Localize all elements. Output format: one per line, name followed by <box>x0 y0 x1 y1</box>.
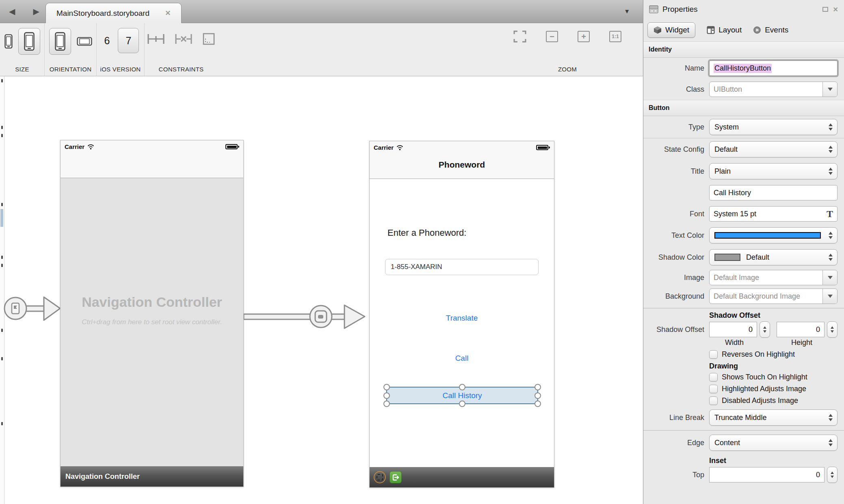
name-label: Name <box>643 64 704 73</box>
dock-icon[interactable] <box>822 7 828 12</box>
view-controller-icon[interactable] <box>374 471 386 483</box>
navigation-controller-scene[interactable]: Carrier Navigation Controller Ctrl+drag … <box>60 140 244 487</box>
line-break-select[interactable]: Truncate Middle <box>709 409 838 426</box>
combo-dropdown-icon[interactable] <box>822 289 837 304</box>
checkbox-icon[interactable] <box>709 385 718 393</box>
tab-mainstoryboard[interactable]: MainStoryboard.storyboard ✕ <box>45 3 182 23</box>
top-inset-input[interactable]: 0 <box>709 467 825 482</box>
tab-layout[interactable]: Layout <box>707 26 742 34</box>
remove-constraint-icon[interactable] <box>174 32 193 46</box>
zoom-in-button[interactable]: + <box>578 31 590 42</box>
shows-touch-checkbox[interactable]: Shows Touch On Highlight <box>709 373 838 381</box>
shadow-offset-row-label: Shadow Offset <box>643 325 704 334</box>
translate-button[interactable]: Translate <box>370 314 554 323</box>
reverses-on-highlight-checkbox[interactable]: Reverses On Highlight <box>709 350 838 359</box>
ios7-button[interactable]: 7 <box>118 28 139 53</box>
orientation-portrait-button[interactable] <box>49 28 71 55</box>
class-combo[interactable]: UIButton <box>709 82 838 97</box>
constraint-frame-icon[interactable] <box>202 32 216 46</box>
wifi-icon <box>87 144 95 150</box>
combo-dropdown-icon[interactable] <box>822 82 837 97</box>
shadow-color-select[interactable]: Default <box>709 249 838 265</box>
type-select[interactable]: System <box>709 119 838 135</box>
stepper-icon <box>829 254 833 261</box>
shadow-offset-width-input[interactable]: 0 <box>709 322 757 337</box>
disabled-adjusts-checkbox[interactable]: Disabled Adjusts Image <box>709 396 838 405</box>
storyboard-canvas[interactable]: Carrier Navigation Controller Ctrl+drag … <box>0 76 643 504</box>
stepper-icon <box>829 123 833 131</box>
state-config-label: State Config <box>643 145 704 154</box>
tab-widget[interactable]: Widget <box>647 22 695 38</box>
size-iphone4-button[interactable] <box>18 28 40 55</box>
inset-group-header: Inset <box>709 457 838 465</box>
checkbox-icon[interactable] <box>709 396 718 405</box>
exit-segue-icon[interactable] <box>390 471 402 483</box>
background-combo[interactable]: Default Background Image <box>709 289 838 304</box>
root-view-segue-arrow[interactable] <box>244 298 370 335</box>
spinner-icon[interactable] <box>827 321 838 338</box>
title-label: Title <box>643 167 704 176</box>
resize-handle[interactable] <box>535 392 541 399</box>
resize-handle[interactable] <box>459 384 465 390</box>
portrait-icon <box>55 32 65 51</box>
font-label: Font <box>643 210 704 218</box>
resize-handle[interactable] <box>383 392 390 399</box>
carrier-label: Carrier <box>65 143 84 150</box>
resize-handle[interactable] <box>535 401 541 407</box>
add-constraint-icon[interactable] <box>147 32 165 46</box>
line-break-label: Line Break <box>643 414 704 422</box>
state-config-select[interactable]: Default <box>709 141 838 157</box>
name-input[interactable]: CallHistoryButton <box>709 60 838 76</box>
image-combo[interactable]: Default Image <box>709 270 838 285</box>
phoneword-prompt-label: Enter a Phoneword: <box>387 228 466 238</box>
layout-icon <box>707 26 715 34</box>
tab-overflow-icon[interactable]: ▼ <box>624 8 630 15</box>
forward-button[interactable]: ▶ <box>33 6 39 16</box>
tab-events[interactable]: Events <box>753 26 788 34</box>
height-caption: Height <box>777 338 838 347</box>
zoom-out-button[interactable]: − <box>546 31 558 42</box>
tab-close-icon[interactable]: ✕ <box>165 9 171 17</box>
phoneword-scene[interactable]: Carrier Phoneword Enter a Phoneword: 1-8… <box>369 141 554 488</box>
zoom-fit-icon[interactable] <box>513 30 526 43</box>
call-history-button-selected[interactable]: Call History <box>386 387 538 404</box>
spinner-icon[interactable] <box>760 321 770 338</box>
identity-section-header: Identity <box>643 41 844 58</box>
zoom-actual-size-button[interactable]: 1:1 <box>609 31 621 42</box>
text-color-swatch <box>714 232 821 239</box>
ios6-button[interactable]: 6 <box>102 35 113 47</box>
checkbox-icon[interactable] <box>709 373 718 381</box>
back-button[interactable]: ◀ <box>9 6 15 16</box>
highlighted-adjusts-checkbox[interactable]: Highlighted Adjusts Image <box>709 385 838 393</box>
edge-select[interactable]: Content <box>709 435 838 451</box>
wifi-icon <box>396 145 404 151</box>
title-style-select[interactable]: Plain <box>709 163 838 179</box>
spinner-icon[interactable] <box>827 467 838 483</box>
call-button[interactable]: Call <box>370 354 554 363</box>
shadow-color-label: Shadow Color <box>643 253 704 262</box>
title-text-input[interactable]: Call History <box>709 185 838 200</box>
battery-icon <box>536 145 548 150</box>
orientation-group-label: ORIENTATION <box>50 66 92 73</box>
stepper-icon <box>829 168 833 175</box>
landscape-icon <box>77 37 92 46</box>
size-iphone35-button[interactable] <box>4 34 13 49</box>
text-color-select[interactable] <box>709 227 838 243</box>
font-input[interactable]: System 15 pt T <box>709 206 838 222</box>
resize-handle[interactable] <box>383 401 390 407</box>
resize-handle[interactable] <box>535 384 541 390</box>
font-picker-icon[interactable]: T <box>827 209 833 220</box>
phoneword-text-field[interactable]: 1-855-XAMARIN <box>385 259 539 275</box>
phone-small-icon <box>4 34 13 49</box>
nav-controller-hint: Ctrl+drag from here to set root view con… <box>82 318 222 326</box>
resize-handle[interactable] <box>383 384 390 390</box>
close-panel-icon[interactable]: ✕ <box>833 6 838 13</box>
scene-footer-title: Navigation Controller <box>65 472 140 481</box>
resize-handle[interactable] <box>459 401 465 407</box>
orientation-landscape-button[interactable] <box>77 37 92 46</box>
shadow-offset-height-input[interactable]: 0 <box>777 322 825 337</box>
checkbox-icon[interactable] <box>709 350 718 359</box>
combo-dropdown-icon[interactable] <box>822 270 837 285</box>
edge-label: Edge <box>643 439 704 447</box>
storyboard-entry-arrow[interactable] <box>3 290 62 327</box>
